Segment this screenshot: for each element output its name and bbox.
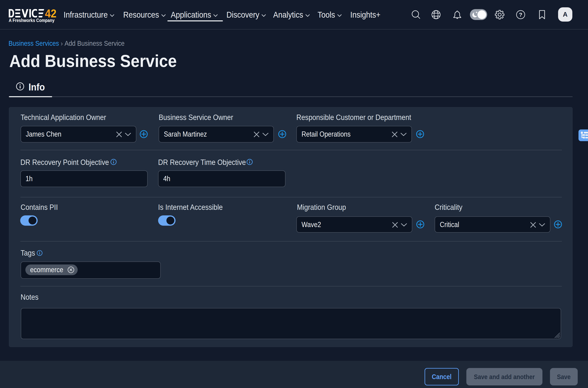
svg-text:?: ? xyxy=(519,12,522,18)
svg-text:A Freshworks Company: A Freshworks Company xyxy=(9,18,55,23)
